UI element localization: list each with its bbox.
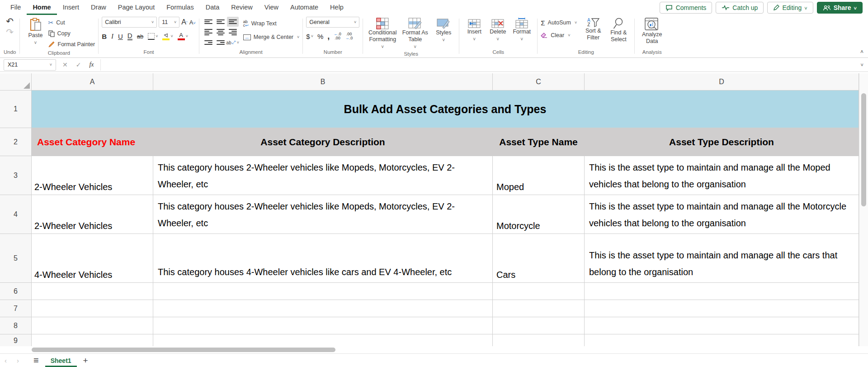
cell-b9[interactable] <box>153 334 493 347</box>
number-format-select[interactable]: General ˅ <box>306 17 359 28</box>
column-header-b[interactable]: B <box>153 73 493 91</box>
increase-font-button[interactable]: Aˆ <box>181 18 188 26</box>
tab-page-layout[interactable]: Page Layout <box>112 0 160 15</box>
cell-c2[interactable]: Asset Type Name <box>493 128 585 156</box>
cell-b3[interactable]: This category houses 2-Wheeler vehicles … <box>153 156 493 195</box>
collapse-ribbon-icon[interactable]: ˄ <box>860 49 863 55</box>
cell-a8[interactable] <box>32 317 153 334</box>
cell-b4[interactable]: This category houses 2-Wheeler vehicles … <box>153 195 493 234</box>
column-header-a[interactable]: A <box>32 73 153 91</box>
tab-review[interactable]: Review <box>225 0 259 15</box>
cell-d3[interactable]: This is the asset type to maintain and m… <box>585 156 859 195</box>
italic-button[interactable]: I <box>111 33 113 40</box>
formula-input[interactable] <box>100 59 856 71</box>
currency-format-button[interactable]: $˅ <box>306 33 313 40</box>
column-header-d[interactable]: D <box>585 73 859 91</box>
tab-file[interactable]: File <box>5 0 27 15</box>
increase-decimal-button[interactable]: ←.0.00 <box>334 32 341 40</box>
top-align-button[interactable] <box>203 17 214 27</box>
row-header-4[interactable]: 4 <box>0 195 32 234</box>
cell-c6[interactable] <box>493 283 585 300</box>
row-header-8[interactable]: 8 <box>0 317 32 334</box>
insert-cells-button[interactable]: Insert ˅ <box>462 17 486 48</box>
select-all-corner[interactable] <box>0 73 32 91</box>
bold-button[interactable]: B <box>102 33 107 40</box>
merge-center-button[interactable]: ↔ Merge & Center ˅ <box>243 32 300 42</box>
cell-styles-button[interactable]: Styles ˅ <box>431 17 456 50</box>
row-header-9[interactable]: 9 <box>0 334 32 347</box>
tab-automate[interactable]: Automate <box>284 0 324 15</box>
comments-button[interactable]: Comments <box>660 2 712 14</box>
cell-d4[interactable]: This is the asset type to maintain and m… <box>585 195 859 234</box>
confirm-entry-icon[interactable]: ✓ <box>76 61 81 68</box>
row-header-7[interactable]: 7 <box>0 300 32 317</box>
column-header-c[interactable]: C <box>493 73 585 91</box>
previous-sheet-icon[interactable]: ‹ <box>5 357 7 364</box>
cell-b2[interactable]: Asset Category Description <box>153 128 493 156</box>
text-orientation-button[interactable]: ab⤢˅ <box>227 38 239 48</box>
cell-a2[interactable]: Asset Category Name <box>32 128 153 156</box>
name-box[interactable]: X21 ˅ <box>4 59 56 71</box>
tab-data[interactable]: Data <box>200 0 226 15</box>
cut-button[interactable]: ✂ Cut <box>48 18 95 28</box>
cell-d2[interactable]: Asset Type Description <box>585 128 859 156</box>
cell-b6[interactable] <box>153 283 493 300</box>
delete-cells-button[interactable]: Delete ˅ <box>486 17 509 48</box>
increase-indent-button[interactable] <box>215 38 226 48</box>
row-header-1[interactable]: 1 <box>0 91 32 128</box>
cell-c3[interactable]: Moped <box>493 156 585 195</box>
cell-d7[interactable] <box>585 300 859 317</box>
font-family-select[interactable]: Calibri ˅ <box>102 17 157 28</box>
format-as-table-button[interactable]: Format As Table ˅ <box>399 17 431 50</box>
align-left-button[interactable] <box>203 27 214 37</box>
format-painter-button[interactable]: Format Painter <box>48 39 95 49</box>
cell-a6[interactable] <box>32 283 153 300</box>
cell-c9[interactable] <box>493 334 585 347</box>
insert-function-icon[interactable]: fx <box>89 61 94 68</box>
all-sheets-menu-icon[interactable]: ≡ <box>27 354 45 367</box>
fill-color-button[interactable]: ˅ <box>162 33 173 40</box>
align-right-button[interactable] <box>227 27 239 37</box>
decrease-decimal-button[interactable]: .00→.0 <box>345 32 353 40</box>
middle-align-button[interactable] <box>215 17 226 27</box>
autosum-button[interactable]: Σ AutoSum ˅ <box>541 18 577 28</box>
tab-help[interactable]: Help <box>324 0 349 15</box>
undo-icon[interactable]: ↶ <box>6 17 14 26</box>
sheet-tab-sheet1[interactable]: Sheet1 <box>45 354 77 367</box>
cell-d9[interactable] <box>585 334 859 347</box>
cell-b8[interactable] <box>153 317 493 334</box>
decrease-indent-button[interactable] <box>203 38 214 48</box>
cell-d5[interactable]: This is the asset type to maintain and m… <box>585 234 859 283</box>
tab-draw[interactable]: Draw <box>85 0 112 15</box>
add-sheet-button[interactable]: + <box>77 354 94 367</box>
cancel-entry-icon[interactable]: ✕ <box>62 61 68 68</box>
cell-d6[interactable] <box>585 283 859 300</box>
align-center-button[interactable] <box>215 27 226 37</box>
horizontal-scrollbar[interactable] <box>0 346 859 353</box>
cell-c8[interactable] <box>493 317 585 334</box>
percent-format-button[interactable]: % <box>317 33 323 40</box>
bottom-align-button[interactable] <box>227 17 239 27</box>
cell-b5[interactable]: This category houses 4-Wheeler vehicles … <box>153 234 493 283</box>
cell-b7[interactable] <box>153 300 493 317</box>
next-sheet-icon[interactable]: › <box>17 357 19 364</box>
tab-home[interactable]: Home <box>27 0 57 15</box>
clear-button[interactable]: Clear ˅ <box>541 30 577 40</box>
cell-c5[interactable]: Cars <box>493 234 585 283</box>
tab-insert[interactable]: Insert <box>57 0 85 15</box>
catch-up-button[interactable]: Catch up <box>716 2 764 14</box>
cell-c4[interactable]: Motorcycle <box>493 195 585 234</box>
cell-a9[interactable] <box>32 334 153 347</box>
row-header-5[interactable]: 5 <box>0 234 32 283</box>
tab-view[interactable]: View <box>259 0 284 15</box>
row-header-6[interactable]: 6 <box>0 283 32 300</box>
sort-filter-button[interactable]: AZ Sort & Filter <box>580 17 606 48</box>
font-size-select[interactable]: 11 ˅ <box>159 17 179 28</box>
title-cell[interactable]: Bulk Add Asset Categories and Types <box>32 91 859 128</box>
decrease-font-button[interactable]: A˅ <box>189 19 196 26</box>
horizontal-scrollbar-thumb[interactable] <box>32 348 335 352</box>
redo-icon[interactable]: ↷ <box>6 28 14 37</box>
cell-a4[interactable]: 2-Wheeler Vehicles <box>32 195 153 234</box>
expand-formula-bar-icon[interactable]: ˅ <box>856 62 868 67</box>
cell-d8[interactable] <box>585 317 859 334</box>
